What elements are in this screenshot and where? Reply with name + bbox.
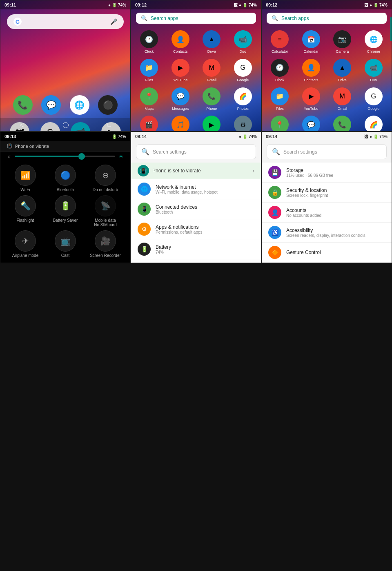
app-name: Contacts (304, 78, 318, 83)
app-item-gmail[interactable]: MGmail (197, 57, 227, 84)
app-icon: 📍 (140, 87, 158, 105)
app-name: Chrome (367, 49, 380, 54)
app-item-photos[interactable]: 🌈Photos (228, 86, 258, 113)
app-item-clock[interactable]: 🕐Clock (265, 57, 295, 84)
app-item-messages[interactable]: 💬Messages (296, 114, 326, 131)
home-button[interactable]: ◯ (62, 121, 69, 128)
app-item-files[interactable]: 📁Files (265, 86, 295, 113)
app-icon: M (333, 87, 351, 105)
app-item-calendar[interactable]: 📅Calendar (296, 29, 326, 56)
settings1-list: 📳 Phone is set to vibrate › 🌐Network & i… (131, 163, 261, 263)
setting-item-security-&-location[interactable]: 🔒Security & locationScreen lock, fingerp… (262, 183, 392, 203)
qs-tile-flashlight[interactable]: 🔦Flashlight (7, 195, 44, 227)
app-item-calculator[interactable]: =Calculator (265, 29, 295, 56)
status-bar-settings2: 09:14 🖼 ● 🔋 74% (262, 132, 392, 141)
dock-chrome[interactable]: 🌐 (70, 95, 89, 115)
battery-icon: 🔋 (243, 134, 247, 139)
battery-pct: 74% (249, 134, 257, 139)
setting-icon: 🔶 (268, 246, 281, 259)
settings2-search[interactable]: 🔍 Search settings (267, 144, 387, 159)
qs-tile-label: Screen Recorder (90, 253, 121, 258)
setting-title: Battery (156, 244, 171, 250)
app-item-duo[interactable]: 📹Duo (359, 57, 389, 84)
setting-item-battery[interactable]: 🔋Battery74% (131, 239, 261, 259)
qs-tile-screen-recorder[interactable]: 🎥Screen Recorder (87, 230, 124, 258)
setting-item-gesture-control[interactable]: 🔶Gesture Control (262, 243, 392, 263)
app-item-settings[interactable]: ⚙Settings (228, 114, 258, 131)
app-item-duo[interactable]: 📹Duo (228, 29, 258, 56)
setting-item-apps-&-notifications[interactable]: ⚙Apps & notificationsPermissions, defaul… (131, 219, 261, 239)
dock-phone[interactable]: 📞 (13, 95, 33, 115)
app-item-phone[interactable]: 📞Phone (197, 86, 227, 113)
app-item-drive[interactable]: ▲Drive (327, 57, 357, 84)
battery-icon: 🔋 (373, 134, 378, 139)
app-icon: 🎵 (172, 116, 189, 131)
app-item-phone[interactable]: 📞Phone (327, 114, 357, 131)
scroll-indicator (390, 17, 392, 41)
qs-tile-bluetooth[interactable]: 🔵Bluetooth (47, 165, 84, 192)
mic-icon[interactable]: 🎤 (110, 18, 117, 25)
screen-home: 09:11 ● 🔋 74% G 🎤 🗺 Google G (0, 0, 131, 132)
app-item-photos[interactable]: 🌈Photos (359, 114, 389, 131)
app-item-play-movies-&-tv[interactable]: 🎬Play Movies & TV (134, 114, 164, 131)
signal-icon: ● (108, 3, 111, 7)
settings2-list: 💾Storage11% used · 56.86 GB free🔒Securit… (262, 163, 392, 263)
app-item-play-store[interactable]: ▶Play Store (197, 114, 227, 131)
setting-sub: Permissions, default apps (156, 230, 203, 234)
qs-tile-airplane-mode[interactable]: ✈Airplane mode (7, 230, 44, 258)
app-item-google[interactable]: GGoogle (228, 57, 258, 84)
setting-item-display[interactable]: ☀DisplayWallpaper, sleep, font size (131, 259, 261, 263)
app-item-messages[interactable]: 💬Messages (166, 86, 196, 113)
dock-messages[interactable]: 💬 (41, 95, 61, 115)
vibrate-banner[interactable]: 📳 Phone is set to vibrate › (131, 163, 261, 179)
setting-sub: Wi-Fi, mobile, data usage, hotspot (156, 190, 218, 194)
app-item-drive[interactable]: ▲Drive (197, 29, 227, 56)
app-item-google[interactable]: GGoogle (359, 86, 389, 113)
back-button[interactable]: ◁ (20, 121, 24, 128)
app-item-contacts[interactable]: 👤Contacts (296, 57, 326, 84)
qs-tile-wi-fi[interactable]: 📶Wi-Fi (7, 165, 44, 192)
qs-tile-mobile-data-no-sim-card[interactable]: 📡Mobile data No SIM card (87, 195, 124, 227)
qs-tile-battery-saver[interactable]: 🔋Battery Saver (47, 195, 84, 227)
setting-item-accounts[interactable]: 👤AccountsNo accounts added (262, 203, 392, 223)
app-item-gmail[interactable]: MGmail (327, 86, 357, 113)
qs-tile-do-not-disturb[interactable]: ⊖Do not disturb (87, 165, 124, 192)
setting-text: Security & locationScreen lock, fingerpr… (286, 187, 328, 198)
dock-camera[interactable]: ⚫ (98, 95, 118, 115)
app-icon: 💬 (302, 116, 320, 131)
settings1-time: 09:14 (135, 134, 147, 139)
brightness-slider[interactable]: ☼ ☀ (0, 152, 130, 161)
qs-tile-label: Bluetooth (57, 187, 74, 192)
setting-item-accessibility[interactable]: ♿AccessibilityScreen readers, display, i… (262, 223, 392, 243)
app-icon: ▲ (203, 30, 220, 48)
app-item-camera[interactable]: 📷Camera (327, 29, 357, 56)
app-icon: ⚙ (234, 116, 252, 131)
app-item-youtube[interactable]: ▶YouTube (166, 57, 196, 84)
drawer2-app-grid: =Calculator📅Calendar📷Camera🌐Chrome🕐Clock… (262, 27, 392, 131)
app-item-clock[interactable]: 🕐Clock (134, 29, 164, 56)
app-item-contacts[interactable]: 👤Contacts (166, 29, 196, 56)
app-item-play-music[interactable]: 🎵Play Music (166, 114, 196, 131)
qs-status-icons: 🔋 74% (112, 134, 126, 139)
app-item-chrome[interactable]: 🌐Chrome (359, 29, 389, 56)
setting-item-connected-devices[interactable]: 📱Connected devicesBluetooth (131, 199, 261, 219)
app-item-youtube[interactable]: ▶YouTube (296, 86, 326, 113)
setting-sub: Bluetooth (156, 210, 197, 214)
setting-text: AccountsNo accounts added (286, 207, 321, 218)
google-search-bar[interactable]: G 🎤 (7, 14, 124, 29)
app-item-maps[interactable]: 📍Maps (265, 114, 295, 131)
setting-sub: 11% used · 56.86 GB free (286, 173, 333, 178)
qs-tile-cast[interactable]: 📺Cast (47, 230, 84, 258)
app-item-files[interactable]: 📁Files (134, 57, 164, 84)
recents-button[interactable]: □ (107, 121, 111, 128)
drawer2-search-bar[interactable]: 🔍 Search apps (267, 13, 387, 24)
search-icon: 🔍 (141, 148, 149, 156)
app-icon: G (365, 87, 383, 105)
setting-item-storage[interactable]: 💾Storage11% used · 56.86 GB free (262, 163, 392, 183)
app-item-maps[interactable]: 📍Maps (134, 86, 164, 113)
app-name: Calculator (272, 49, 288, 54)
drawer1-search-bar[interactable]: 🔍 Search apps (136, 13, 256, 24)
setting-item-network-&-internet[interactable]: 🌐Network & internetWi-Fi, mobile, data u… (131, 179, 261, 199)
settings1-search[interactable]: 🔍 Search settings (136, 144, 256, 159)
app-name: YouTube (304, 107, 318, 111)
